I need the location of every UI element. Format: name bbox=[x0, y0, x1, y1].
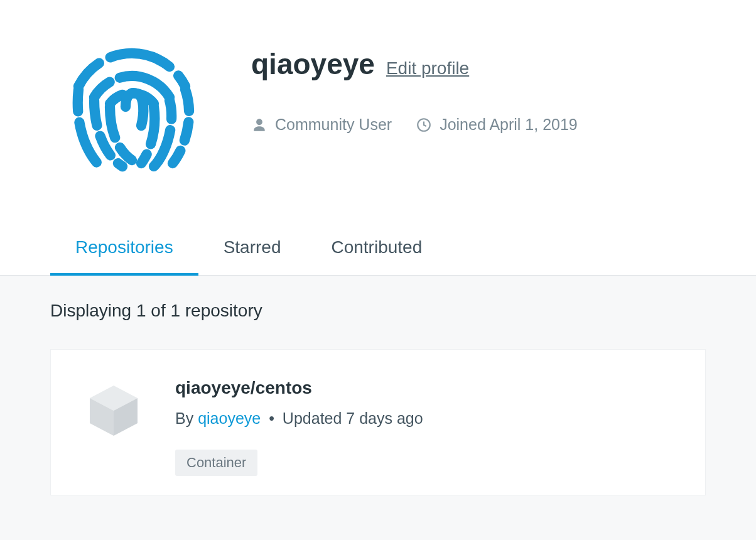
tabs: Repositories Starred Contributed bbox=[0, 226, 756, 276]
repo-card[interactable]: qiaoyeye/centos By qiaoyeye • Updated 7 … bbox=[50, 349, 706, 495]
content-area: Displaying 1 of 1 repository qiaoyeye/ce… bbox=[0, 276, 756, 540]
username: qiaoyeye bbox=[251, 47, 375, 81]
edit-profile-link[interactable]: Edit profile bbox=[386, 58, 469, 78]
profile-info: qiaoyeye Edit profile Community User Joi… bbox=[251, 13, 578, 176]
profile-header: qiaoyeye Edit profile Community User Joi… bbox=[0, 0, 756, 176]
tab-contributed[interactable]: Contributed bbox=[306, 226, 447, 275]
joined-text: Joined April 1, 2019 bbox=[440, 116, 578, 134]
tab-starred[interactable]: Starred bbox=[198, 226, 306, 275]
tab-repositories[interactable]: Repositories bbox=[50, 226, 198, 275]
role-text: Community User bbox=[275, 116, 392, 134]
cube-icon bbox=[82, 378, 145, 441]
user-role: Community User bbox=[251, 116, 392, 134]
profile-meta: Community User Joined April 1, 2019 bbox=[251, 116, 578, 134]
joined-date: Joined April 1, 2019 bbox=[416, 116, 578, 134]
fingerprint-icon bbox=[53, 16, 210, 173]
result-count: Displaying 1 of 1 repository bbox=[50, 301, 706, 321]
repo-owner-link[interactable]: qiaoyeye bbox=[198, 409, 261, 427]
repo-byline: By qiaoyeye • Updated 7 days ago bbox=[175, 409, 674, 428]
name-row: qiaoyeye Edit profile bbox=[251, 47, 578, 81]
avatar bbox=[50, 13, 213, 176]
updated-text: Updated 7 days ago bbox=[283, 409, 423, 427]
separator-dot: • bbox=[264, 409, 279, 427]
repo-body: qiaoyeye/centos By qiaoyeye • Updated 7 … bbox=[175, 378, 674, 476]
repo-type-tag: Container bbox=[175, 450, 257, 476]
repo-name[interactable]: qiaoyeye/centos bbox=[175, 378, 674, 398]
by-prefix: By bbox=[175, 409, 198, 427]
user-icon bbox=[251, 117, 267, 133]
clock-icon bbox=[416, 117, 432, 133]
